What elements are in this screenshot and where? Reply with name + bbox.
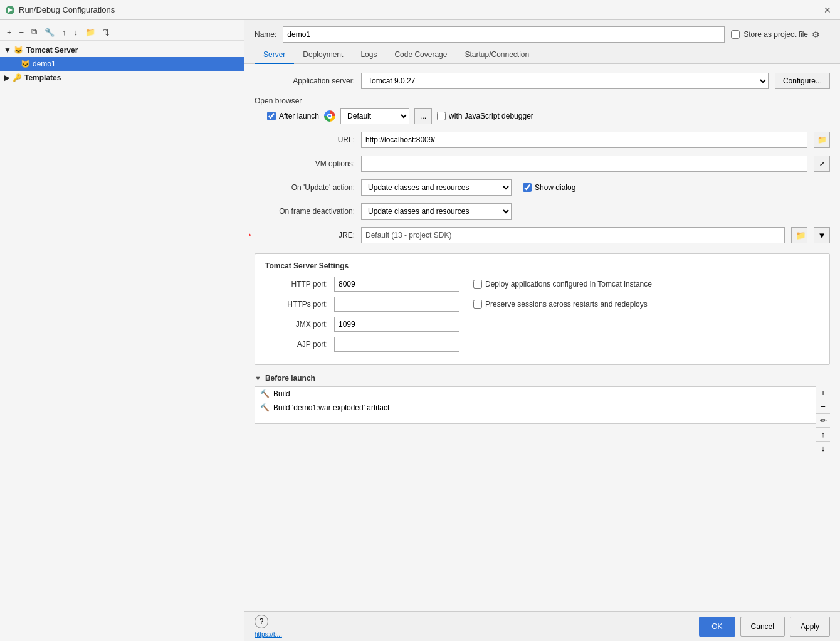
bottom-buttons: OK Cancel Apply (699, 617, 830, 637)
after-launch-checkbox[interactable] (267, 112, 276, 120)
ajp-port-input[interactable] (334, 337, 459, 352)
before-launch-item-artifact[interactable]: 🔨 Build 'demo1:war exploded' artifact (255, 401, 814, 415)
before-launch-container: 🔨 Build 🔨 Build 'demo1:war exploded' art… (255, 386, 830, 424)
form-content: Application server: Tomcat 9.0.27 Config… (244, 64, 840, 611)
vm-options-row: VM options: ⤢ (255, 156, 830, 172)
vm-expand-button[interactable]: ⤢ (814, 156, 830, 172)
before-launch-controls: + − ✏ ↑ ↓ (816, 386, 830, 455)
jmx-port-label: JMX port: (265, 320, 328, 329)
https-port-input[interactable] (334, 297, 459, 312)
preserve-checkbox[interactable] (473, 300, 482, 309)
group-expand-arrow: ▼ (4, 46, 11, 55)
url-folder-button[interactable]: 📁 (814, 132, 830, 148)
move-up-button[interactable]: ↑ (59, 26, 70, 39)
store-row: Store as project file ⚙ (731, 29, 820, 40)
remove-config-button[interactable]: − (16, 26, 28, 39)
on-frame-label: On frame deactivation: (255, 207, 355, 216)
sidebar-group-tomcat-label: Tomcat Server (26, 46, 78, 55)
sidebar-group-tomcat[interactable]: ▼ 🐱 Tomcat Server (0, 43, 244, 57)
sidebar-item-demo1[interactable]: 🐱 demo1 (0, 57, 244, 71)
after-launch-wrap: After launch (267, 112, 319, 120)
folder-button[interactable]: 📁 (82, 26, 98, 39)
store-label: Store as project file (743, 30, 808, 39)
templates-expand-arrow: ▶ (4, 73, 9, 82)
browser-dots-button[interactable]: ... (414, 108, 432, 124)
on-update-select[interactable]: Update classes and resources (361, 179, 512, 196)
tab-server[interactable]: Server (255, 46, 294, 64)
bl-up-button[interactable]: ↑ (816, 428, 830, 442)
jre-dropdown-button[interactable]: ▼ (814, 227, 830, 243)
jre-input[interactable] (361, 227, 785, 243)
window-title: Run/Debug Configurations (19, 5, 115, 14)
templates-icon: 🔑 (12, 73, 22, 83)
sidebar-item-demo1-label: demo1 (33, 60, 56, 68)
before-launch-collapse-arrow[interactable]: ▼ (255, 374, 261, 382)
name-row: Name: Store as project file ⚙ (244, 20, 840, 46)
deploy-label: Deploy applications configured in Tomcat… (485, 280, 652, 289)
sort-button[interactable]: ⇅ (100, 26, 113, 39)
open-browser-label: Open browser (255, 97, 302, 105)
app-icon (5, 5, 15, 15)
tab-logs[interactable]: Logs (352, 46, 386, 64)
store-gear-icon[interactable]: ⚙ (812, 29, 820, 40)
before-launch-list: 🔨 Build 🔨 Build 'demo1:war exploded' art… (255, 386, 830, 424)
ajp-port-label: AJP port: (265, 340, 328, 349)
settings-section-title: Tomcat Server Settings (265, 262, 819, 270)
on-update-row: On 'Update' action: Update classes and r… (255, 179, 830, 196)
name-input[interactable] (283, 26, 725, 43)
http-port-input[interactable] (334, 277, 459, 292)
after-launch-label: After launch (279, 112, 319, 120)
app-server-select[interactable]: Tomcat 9.0.27 (361, 73, 769, 89)
settings-button[interactable]: 🔧 (41, 26, 58, 39)
before-launch-title: Before launch (265, 374, 315, 383)
before-launch-section: ▼ Before launch 🔨 Build 🔨 Build 'demo1:w… (255, 374, 830, 424)
sidebar: + − ⧉ 🔧 ↑ ↓ 📁 ⇅ ▼ 🐱 Tomcat Server 🐱 demo… (0, 20, 244, 641)
http-port-row: HTTP port: Deploy applications configure… (265, 277, 819, 292)
store-checkbox[interactable] (731, 30, 740, 39)
tabs-bar: Server Deployment Logs Code Coverage Sta… (244, 46, 840, 64)
vm-options-input[interactable] (361, 156, 807, 172)
app-server-label: Application server: (255, 77, 355, 85)
copy-config-button[interactable]: ⧉ (28, 25, 40, 39)
jmx-port-input[interactable] (334, 317, 459, 332)
tab-startup-connection[interactable]: Startup/Connection (456, 46, 538, 64)
preserve-label: Preserve sessions across restarts and re… (485, 300, 648, 309)
ajp-port-row: AJP port: (265, 337, 819, 352)
show-dialog-checkbox[interactable] (523, 183, 532, 192)
move-down-button[interactable]: ↓ (71, 26, 81, 39)
browser-select[interactable]: Default (340, 108, 409, 124)
sidebar-item-templates[interactable]: ▶ 🔑 Templates (0, 71, 244, 85)
configure-button[interactable]: Configure... (775, 73, 830, 89)
tab-code-coverage[interactable]: Code Coverage (386, 46, 456, 64)
js-debugger-checkbox[interactable] (437, 112, 446, 120)
vm-options-label: VM options: (255, 159, 355, 168)
http-port-label: HTTP port: (265, 280, 328, 289)
url-input[interactable] (361, 132, 807, 148)
deploy-checkbox[interactable] (473, 280, 482, 289)
tab-deployment[interactable]: Deployment (294, 46, 352, 64)
jre-folder-button[interactable]: 📁 (791, 227, 807, 243)
artifact-label: Build 'demo1:war exploded' artifact (273, 403, 389, 412)
demo1-icon: 🐱 (20, 59, 30, 69)
app-server-row: Application server: Tomcat 9.0.27 Config… (255, 73, 830, 89)
show-dialog-label: Show dialog (535, 183, 575, 192)
cancel-button[interactable]: Cancel (740, 617, 785, 637)
bl-add-button[interactable]: + (816, 386, 830, 400)
on-update-label: On 'Update' action: (255, 183, 355, 192)
apply-button[interactable]: Apply (790, 617, 830, 637)
before-launch-item-build[interactable]: 🔨 Build (255, 387, 814, 401)
help-button[interactable]: ? (255, 615, 268, 628)
https-port-row: HTTPs port: Preserve sessions across res… (265, 297, 819, 312)
bl-down-button[interactable]: ↓ (816, 442, 830, 455)
on-frame-select[interactable]: Update classes and resources (361, 203, 512, 220)
close-button[interactable]: ✕ (820, 4, 835, 16)
add-config-button[interactable]: + (4, 26, 15, 39)
js-debugger-label: with JavaScript debugger (449, 112, 533, 120)
tomcat-group-icon: 🐱 (14, 45, 24, 55)
browser-row: After launch Default ... with JavaScript… (267, 108, 830, 124)
ok-button[interactable]: OK (699, 617, 735, 637)
tooltip-link[interactable]: https://b... (255, 631, 282, 638)
bl-remove-button[interactable]: − (816, 400, 830, 414)
bl-edit-button[interactable]: ✏ (816, 414, 830, 428)
name-label: Name: (255, 30, 276, 39)
